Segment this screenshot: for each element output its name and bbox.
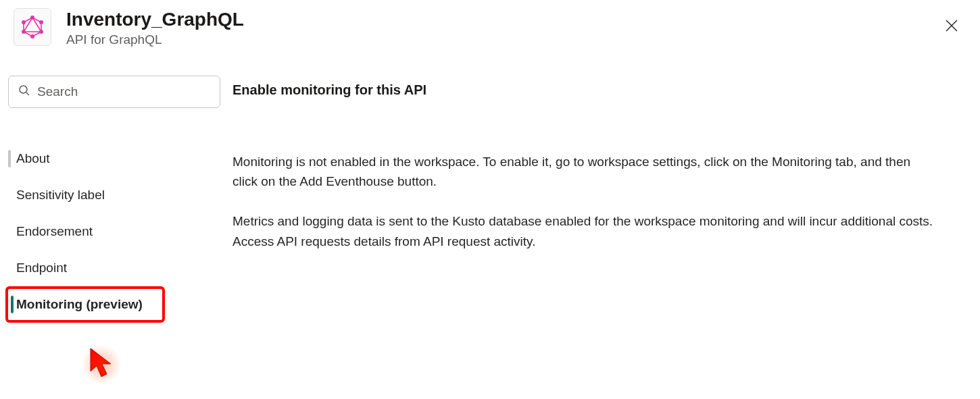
header-bar: Inventory_GraphQL API for GraphQL: [0, 0, 980, 51]
content-area: Enable monitoring for this API Monitorin…: [228, 76, 965, 323]
svg-marker-12: [91, 348, 111, 377]
nav-item-monitoring[interactable]: Monitoring (preview): [5, 286, 165, 323]
nav-item-endorsement[interactable]: Endorsement: [8, 213, 228, 250]
svg-point-7: [22, 20, 26, 24]
nav-item-label: Endpoint: [16, 261, 67, 275]
nav-item-label: About: [16, 151, 50, 165]
search-box[interactable]: [8, 76, 220, 108]
svg-point-6: [22, 30, 26, 34]
close-icon: [945, 19, 958, 32]
search-input[interactable]: [37, 84, 210, 99]
svg-point-4: [39, 30, 43, 34]
graphql-icon: [14, 8, 51, 46]
search-icon: [18, 84, 30, 99]
close-button[interactable]: [944, 18, 960, 34]
nav-item-about[interactable]: About: [8, 140, 228, 177]
nav-item-label: Sensitivity label: [16, 188, 105, 202]
cursor-icon: [87, 347, 116, 382]
content-paragraph-1: Monitoring is not enabled in the workspa…: [232, 152, 938, 192]
content-heading: Enable monitoring for this API: [232, 82, 938, 98]
cursor-annotation: [87, 347, 116, 385]
page-title: Inventory_GraphQL: [66, 8, 244, 31]
content-paragraph-2: Metrics and logging data is sent to the …: [232, 211, 938, 251]
page-subtitle: API for GraphQL: [66, 32, 244, 47]
svg-line-11: [26, 92, 29, 95]
svg-point-3: [39, 20, 43, 24]
nav-list: About Sensitivity label Endorsement Endp…: [8, 140, 228, 323]
nav-item-label: Endorsement: [16, 224, 93, 238]
svg-point-10: [20, 86, 27, 93]
nav-item-endpoint[interactable]: Endpoint: [8, 250, 228, 286]
svg-marker-1: [24, 18, 41, 32]
nav-item-sensitivity-label[interactable]: Sensitivity label: [8, 177, 228, 213]
nav-item-label: Monitoring (preview): [16, 297, 143, 311]
title-block: Inventory_GraphQL API for GraphQL: [66, 8, 244, 47]
svg-point-5: [30, 34, 34, 38]
svg-point-2: [30, 16, 34, 20]
sidebar: About Sensitivity label Endorsement Endp…: [0, 76, 228, 323]
